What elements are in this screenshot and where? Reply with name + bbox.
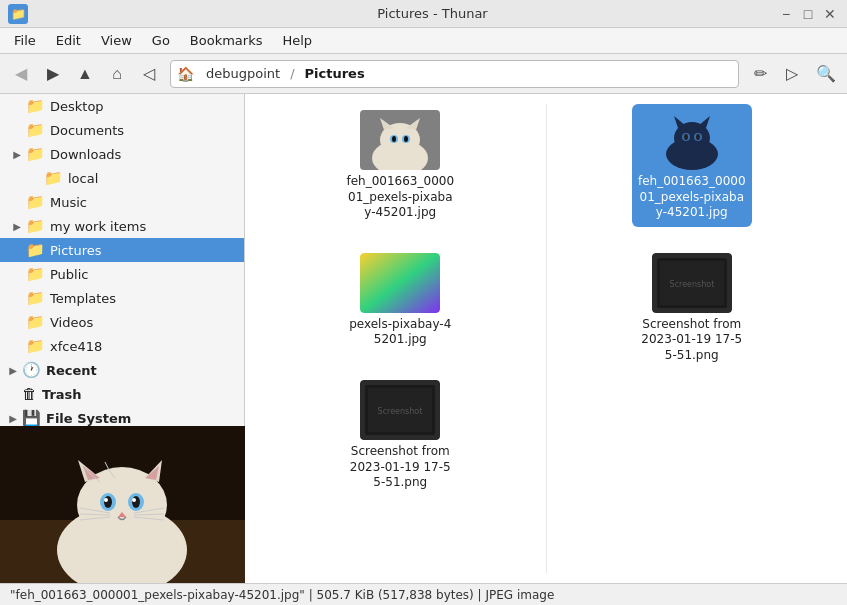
sidebar-item-pictures[interactable]: 📁 Pictures	[0, 238, 244, 262]
menu-view[interactable]: View	[91, 31, 142, 50]
desktop-expand	[10, 99, 24, 113]
sidebar-item-public[interactable]: 📁 Public	[0, 262, 244, 286]
file-label-feh-white-cat: feh_001663_000001_pexels-pixabay-45201.j…	[346, 174, 454, 221]
window-title: Pictures - Thunar	[88, 6, 777, 21]
next-location-button[interactable]: ▷	[777, 59, 807, 89]
sidebar-label-desktop: Desktop	[50, 99, 104, 114]
file-thumb-feh-white-cat	[360, 110, 440, 170]
sidebar-container: 📁 Desktop 📁 Documents ▶ 📁 Downloads 📁 lo…	[0, 94, 245, 583]
svg-rect-30	[360, 253, 440, 313]
up-button[interactable]: ▲	[70, 59, 100, 89]
up-icon: ▲	[77, 65, 93, 83]
home-button[interactable]: ⌂	[102, 59, 132, 89]
close-button[interactable]: ✕	[821, 5, 839, 23]
sidebar-item-music[interactable]: 📁 Music	[0, 190, 244, 214]
search-icon: 🔍	[816, 64, 836, 83]
svg-point-42	[684, 134, 688, 140]
main-layout: 📁 Desktop 📁 Documents ▶ 📁 Downloads 📁 lo…	[0, 94, 847, 583]
forward-button[interactable]: ▶	[38, 59, 68, 89]
back-button[interactable]: ◀	[6, 59, 36, 89]
file-label-screenshot-right: Screenshot from 2023-01-19 17-55-51.png	[638, 317, 746, 364]
file-item-feh-selected[interactable]: feh_001663_000001_pexels-pixabay-45201.j…	[632, 104, 752, 227]
my-work-items-expand[interactable]: ▶	[10, 219, 24, 233]
svg-point-43	[696, 134, 700, 140]
menu-file[interactable]: File	[4, 31, 46, 50]
prev-location-button[interactable]: ◁	[134, 59, 164, 89]
back-icon: ◀	[15, 64, 27, 83]
breadcrumb-home-icon: 🏠	[177, 66, 194, 82]
file-column-right: feh_001663_000001_pexels-pixabay-45201.j…	[546, 104, 838, 573]
prev-location-icon: ◁	[143, 64, 155, 83]
music-folder-icon: 📁	[26, 193, 45, 211]
forward-icon: ▶	[47, 64, 59, 83]
thumb-gradient-svg	[360, 253, 440, 313]
svg-point-11	[132, 496, 140, 508]
documents-folder-icon: 📁	[26, 121, 45, 139]
statusbar: "feh_001663_000001_pexels-pixabay-45201.…	[0, 583, 847, 605]
sidebar-item-templates[interactable]: 📁 Templates	[0, 286, 244, 310]
xfce418-expand	[10, 339, 24, 353]
trash-expand	[6, 387, 20, 401]
menubar: File Edit View Go Bookmarks Help	[0, 28, 847, 54]
thumb-cat-white-svg	[360, 110, 440, 170]
downloads-expand[interactable]: ▶	[10, 147, 24, 161]
sidebar-item-my-work-items[interactable]: ▶ 📁 my work items	[0, 214, 244, 238]
local-expand	[28, 171, 42, 185]
file-item-screenshot-right[interactable]: Screenshot Screenshot from 2023-01-19 17…	[632, 247, 752, 370]
file-thumb-pexels-gradient	[360, 253, 440, 313]
sidebar-label-downloads: Downloads	[50, 147, 121, 162]
menu-edit[interactable]: Edit	[46, 31, 91, 50]
sidebar-item-filesystem[interactable]: ▶ 💾 File System	[0, 406, 244, 426]
home-icon: ⌂	[112, 65, 122, 83]
local-folder-icon: 📁	[44, 169, 63, 187]
sidebar: 📁 Desktop 📁 Documents ▶ 📁 Downloads 📁 lo…	[0, 94, 245, 426]
xfce418-folder-icon: 📁	[26, 337, 45, 355]
downloads-folder-icon: 📁	[26, 145, 45, 163]
statusbar-text: "feh_001663_000001_pexels-pixabay-45201.…	[10, 588, 554, 602]
sidebar-label-documents: Documents	[50, 123, 124, 138]
pictures-folder-icon: 📁	[26, 241, 45, 259]
titlebar: 📁 Pictures - Thunar − □ ✕	[0, 0, 847, 28]
filesystem-expand[interactable]: ▶	[6, 411, 20, 425]
templates-expand	[10, 291, 24, 305]
sidebar-label-pictures: Pictures	[50, 243, 101, 258]
my-work-items-folder-icon: 📁	[26, 217, 45, 235]
sidebar-item-local[interactable]: 📁 local	[0, 166, 244, 190]
breadcrumb-home[interactable]: debugpoint	[198, 64, 288, 83]
toolbar: ◀ ▶ ▲ ⌂ ◁ 🏠 debugpoint / Pictures ✏ ▷ 🔍	[0, 54, 847, 94]
recent-expand[interactable]: ▶	[6, 363, 20, 377]
svg-text:Screenshot: Screenshot	[378, 407, 423, 416]
svg-point-29	[404, 136, 408, 142]
sidebar-item-documents[interactable]: 📁 Documents	[0, 118, 244, 142]
file-item-feh-white-cat[interactable]: feh_001663_000001_pexels-pixabay-45201.j…	[340, 104, 460, 227]
sidebar-label-xfce418: xfce418	[50, 339, 102, 354]
menu-go[interactable]: Go	[142, 31, 180, 50]
sidebar-item-xfce418[interactable]: 📁 xfce418	[0, 334, 244, 358]
menu-bookmarks[interactable]: Bookmarks	[180, 31, 273, 50]
edit-icon: ✏	[754, 64, 767, 83]
search-button[interactable]: 🔍	[811, 59, 841, 89]
recent-icon: 🕐	[22, 361, 41, 379]
minimize-button[interactable]: −	[777, 5, 795, 23]
breadcrumb-current[interactable]: Pictures	[297, 64, 373, 83]
pictures-expand	[10, 243, 24, 257]
edit-location-button[interactable]: ✏	[745, 59, 775, 89]
trash-icon: 🗑	[22, 385, 37, 403]
sidebar-item-trash[interactable]: 🗑 Trash	[0, 382, 244, 406]
videos-folder-icon: 📁	[26, 313, 45, 331]
public-expand	[10, 267, 24, 281]
sidebar-item-recent[interactable]: ▶ 🕐 Recent	[0, 358, 244, 382]
file-thumb-feh-selected	[652, 110, 732, 170]
file-item-pexels-gradient[interactable]: pexels-pixabay-45201.jpg	[340, 247, 460, 354]
svg-text:Screenshot: Screenshot	[669, 280, 714, 289]
sidebar-label-my-work-items: my work items	[50, 219, 146, 234]
sidebar-label-recent: Recent	[46, 363, 97, 378]
sidebar-item-downloads[interactable]: ▶ 📁 Downloads	[0, 142, 244, 166]
sidebar-item-videos[interactable]: 📁 Videos	[0, 310, 244, 334]
file-item-screenshot-left[interactable]: Screenshot Screenshot from 2023-01-19 17…	[340, 374, 460, 497]
cat-preview-image	[0, 426, 245, 583]
maximize-button[interactable]: □	[799, 5, 817, 23]
documents-expand	[10, 123, 24, 137]
menu-help[interactable]: Help	[272, 31, 322, 50]
sidebar-item-desktop[interactable]: 📁 Desktop	[0, 94, 244, 118]
